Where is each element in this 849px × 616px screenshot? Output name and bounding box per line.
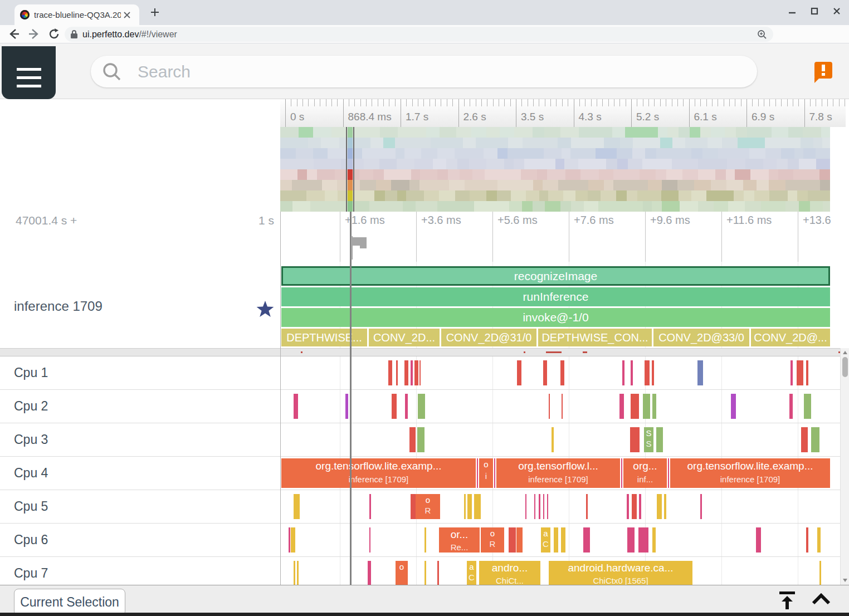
slice[interactable] (819, 561, 821, 585)
overview-minimap[interactable] (280, 127, 830, 212)
slice[interactable] (517, 360, 521, 385)
slice[interactable] (509, 527, 516, 553)
slice[interactable]: org.tensorflow.l...inference [1709] (496, 458, 620, 488)
slice[interactable]: andro...ChiCt... (479, 561, 540, 585)
slice[interactable]: SS (644, 427, 653, 452)
slice[interactable] (583, 527, 590, 553)
pinned-slice[interactable]: recognizeImage (281, 266, 830, 286)
pinned-op-slice[interactable]: CONV_2D@... (751, 329, 830, 346)
scrollbar[interactable] (840, 348, 849, 585)
flag-marker-icon[interactable] (351, 236, 371, 260)
search-input[interactable] (138, 62, 723, 81)
slice[interactable] (388, 360, 392, 385)
slice[interactable] (627, 527, 635, 553)
slice[interactable]: oR (416, 494, 440, 519)
slice[interactable] (368, 561, 371, 585)
slice[interactable] (549, 394, 550, 419)
slice[interactable] (652, 360, 654, 385)
pinned-track-lane[interactable]: recognizeImagerunInferenceinvoke@-1/0DEP… (280, 262, 830, 348)
browser-tab[interactable]: trace-blueline-QQ3A.200805 (14, 4, 139, 25)
slice[interactable] (731, 394, 736, 419)
slice[interactable] (668, 458, 669, 488)
cpu-track-lane[interactable]: oaCandro...ChiCt...android.hardware.ca..… (280, 557, 830, 585)
search-bar[interactable] (91, 56, 757, 87)
slice[interactable] (477, 458, 478, 488)
slice[interactable] (294, 394, 298, 419)
maximize-icon[interactable] (810, 7, 819, 16)
pin-star-icon[interactable] (256, 301, 274, 318)
slice[interactable] (418, 394, 425, 419)
pinned-op-slice[interactable]: CONV_2D@31/0 (441, 329, 536, 346)
slice[interactable] (804, 394, 811, 419)
slice[interactable] (369, 527, 370, 553)
slice[interactable] (396, 360, 398, 385)
slice[interactable] (467, 494, 472, 519)
slice[interactable] (419, 360, 421, 385)
slice[interactable] (700, 494, 702, 519)
scroll-down-icon[interactable] (843, 579, 847, 582)
pinned-op-slice[interactable]: CONV_2D@33/0 (653, 329, 749, 346)
slice[interactable] (639, 494, 641, 519)
slice[interactable] (621, 458, 622, 488)
slice[interactable] (806, 527, 808, 553)
slice[interactable] (645, 360, 650, 385)
cpu-track-lane[interactable]: SS (280, 423, 830, 457)
slice[interactable] (464, 494, 466, 519)
slice[interactable] (806, 360, 808, 385)
pinned-op-slice[interactable]: DEPTHWISE_CON... (538, 329, 652, 346)
overview-viewport-right-handle[interactable] (353, 127, 354, 212)
scroll-up-icon[interactable] (843, 351, 847, 354)
slice[interactable] (657, 494, 662, 519)
slice[interactable] (797, 360, 803, 385)
slice[interactable]: oR (481, 527, 504, 553)
slice[interactable] (297, 561, 299, 585)
slice[interactable] (586, 494, 588, 519)
slice[interactable] (417, 427, 424, 452)
slice[interactable] (561, 527, 565, 553)
slice[interactable] (560, 360, 564, 385)
slice[interactable] (411, 360, 413, 385)
pinned-slice[interactable]: invoke@-1/0 (281, 308, 830, 327)
slice[interactable]: oi (479, 458, 493, 488)
zoom-page-icon[interactable] (757, 29, 768, 40)
slice[interactable] (437, 561, 439, 585)
slice[interactable] (632, 494, 637, 519)
ruler-lane[interactable]: 0 s868.4 ms1.7 s2.6 s3.5 s4.3 s5.2 s6.1 … (280, 99, 846, 127)
slice[interactable] (562, 394, 563, 419)
menu-button[interactable] (2, 46, 56, 99)
slice[interactable] (638, 527, 648, 553)
slice[interactable] (392, 394, 397, 419)
cpu-track-lane[interactable]: or...Re...oRaC (280, 524, 830, 557)
pinned-slice[interactable]: runInference (281, 287, 830, 306)
slice[interactable] (516, 527, 523, 553)
slice[interactable] (291, 527, 295, 553)
timeline-cursor[interactable] (350, 212, 352, 585)
slice[interactable] (424, 527, 426, 553)
slice[interactable]: aC (541, 527, 550, 553)
slice[interactable] (543, 360, 547, 385)
slice[interactable] (494, 458, 495, 488)
slice[interactable] (405, 394, 408, 419)
scrollbar-thumb[interactable] (842, 357, 848, 377)
slice[interactable] (656, 427, 663, 452)
slice[interactable] (630, 427, 640, 452)
cpu-track-lane[interactable] (280, 356, 830, 390)
slice[interactable] (817, 527, 821, 553)
slice[interactable] (539, 494, 540, 519)
overview-viewport-left-handle[interactable] (346, 127, 347, 212)
slice[interactable] (474, 494, 481, 519)
pinned-op-slice[interactable]: DEPTHWISE... (281, 329, 367, 346)
new-tab-button[interactable] (149, 7, 160, 18)
slice[interactable]: android.hardware.ca...ChiCtx0 [1565] (549, 561, 692, 585)
slice[interactable] (552, 427, 554, 452)
slice[interactable] (652, 527, 656, 553)
slice[interactable]: org.tensorflow.lite.examp...inference [1… (670, 458, 830, 488)
slice[interactable]: o (396, 561, 408, 585)
slice[interactable] (664, 494, 666, 519)
forward-icon[interactable] (28, 28, 40, 40)
back-icon[interactable] (8, 28, 20, 40)
close-window-icon[interactable] (832, 7, 841, 16)
slice[interactable] (424, 561, 426, 585)
reload-icon[interactable] (48, 28, 60, 40)
slice[interactable] (631, 360, 633, 385)
